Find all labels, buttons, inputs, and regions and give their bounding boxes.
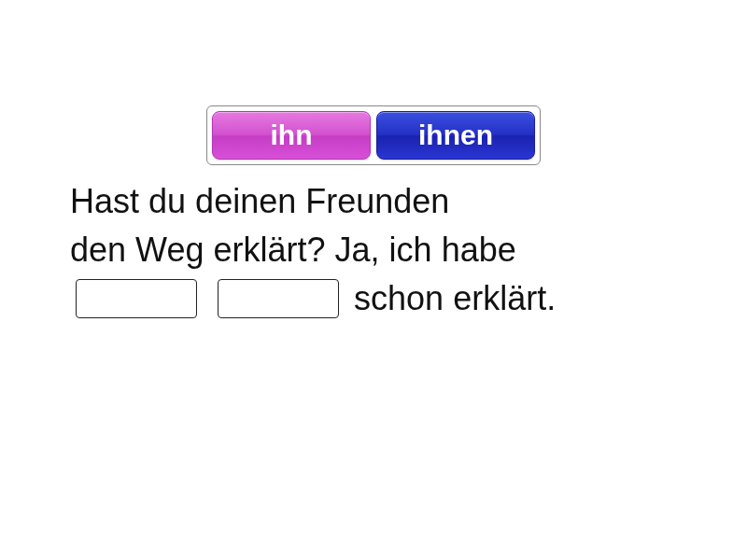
tile-label: ihn bbox=[271, 119, 313, 151]
drop-blank[interactable] bbox=[76, 279, 197, 318]
tile-label: ihnen bbox=[418, 119, 493, 151]
sentence-word: erklärt? bbox=[213, 231, 325, 269]
sentence-word: Weg bbox=[135, 231, 204, 269]
sentence-word: erklärt. bbox=[453, 279, 556, 317]
sentence-word: Freunden bbox=[305, 182, 449, 220]
sentence-word: schon bbox=[354, 279, 444, 317]
sentence-word: ich bbox=[389, 231, 432, 269]
sentence-word: Ja, bbox=[335, 231, 380, 269]
exercise-sentence: Hast du deinen Freunden den Weg erklärt?… bbox=[70, 177, 710, 324]
sentence-word: den bbox=[70, 231, 126, 269]
drag-tile-ihn[interactable]: ihn bbox=[212, 111, 371, 160]
drag-tile-ihnen[interactable]: ihnen bbox=[376, 111, 535, 160]
sentence-word: du bbox=[148, 182, 186, 220]
tile-tray: ihn ihnen bbox=[206, 105, 541, 165]
sentence-word: habe bbox=[442, 231, 516, 269]
drop-blank[interactable] bbox=[218, 279, 339, 318]
sentence-word: Hast bbox=[70, 182, 139, 220]
sentence-word: deinen bbox=[195, 182, 296, 220]
